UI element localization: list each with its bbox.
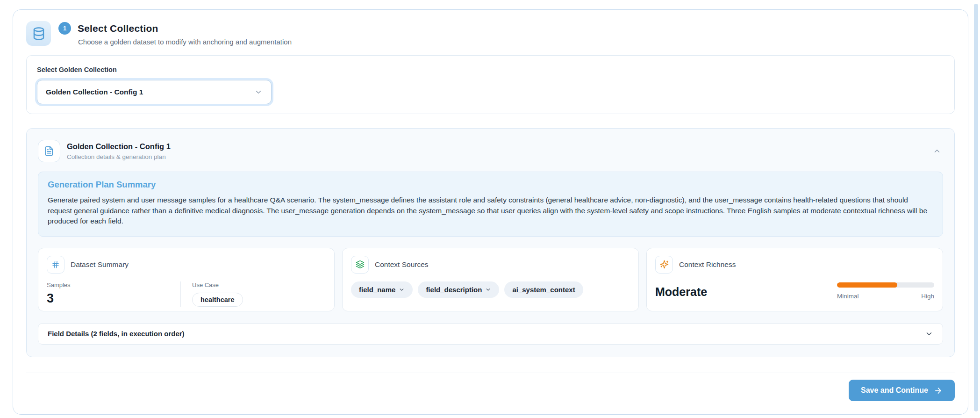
save-and-continue-button[interactable]: Save and Continue — [849, 380, 955, 401]
source-chip-ai-system-context: ai_system_context — [504, 281, 583, 298]
generation-plan-summary-box: Generation Plan Summary Generate paired … — [38, 172, 943, 237]
collection-select-label: Select Golden Collection — [37, 66, 944, 73]
page-scrollbar[interactable] — [974, 4, 978, 411]
chip-label: ai_system_context — [512, 286, 575, 294]
chevron-down-icon — [399, 287, 405, 293]
chevron-down-icon — [254, 88, 263, 96]
field-details-label: Field Details (2 fields, in execution or… — [48, 330, 185, 338]
samples-label: Samples — [47, 281, 180, 288]
chip-label: field_name — [359, 286, 395, 294]
context-sources-title: Context Sources — [375, 260, 429, 269]
samples-value: 3 — [47, 291, 180, 306]
chevron-down-icon — [485, 287, 491, 293]
chevron-up-icon[interactable] — [931, 145, 943, 157]
richness-min-label: Minimal — [837, 293, 859, 300]
step-header: 1 Select Collection Choose a golden data… — [26, 21, 955, 46]
collection-details-header[interactable]: Golden Collection - Config 1 Collection … — [38, 140, 943, 162]
layers-icon — [351, 256, 369, 274]
selected-collection-value: Golden Collection - Config 1 — [46, 88, 143, 96]
context-sources-card: Context Sources field_name field_descrip… — [342, 248, 639, 311]
file-text-icon — [38, 140, 60, 162]
select-collection-step-card: 1 Select Collection Choose a golden data… — [13, 9, 968, 415]
step-number-badge: 1 — [58, 22, 71, 35]
save-button-label: Save and Continue — [861, 386, 928, 395]
plan-summary-heading: Generation Plan Summary — [48, 180, 933, 190]
arrow-right-icon — [934, 386, 943, 395]
plan-summary-body: Generate paired system and user message … — [48, 195, 933, 227]
richness-level-value: Moderate — [655, 285, 707, 299]
context-richness-card: Context Richness Moderate Minimal High — [646, 248, 943, 311]
source-chip-field-description[interactable]: field_description — [418, 281, 499, 298]
page-subtitle: Choose a golden dataset to modify with a… — [58, 38, 292, 46]
collection-card-subtitle: Collection details & generation plan — [67, 153, 171, 160]
richness-max-label: High — [921, 293, 934, 300]
richness-progress-bar — [837, 282, 934, 288]
chip-label: field_description — [426, 286, 482, 294]
field-details-toggle[interactable]: Field Details (2 fields, in execution or… — [38, 323, 943, 345]
golden-collection-select[interactable]: Golden Collection - Config 1 — [37, 80, 272, 104]
chevron-down-icon — [925, 330, 933, 338]
collection-details-panel: Golden Collection - Config 1 Collection … — [26, 128, 955, 357]
richness-progress-fill — [837, 282, 897, 288]
dataset-summary-card: Dataset Summary Samples 3 Use Case healt… — [38, 248, 335, 311]
source-chip-field-name[interactable]: field_name — [351, 281, 413, 298]
summary-cards-row: Dataset Summary Samples 3 Use Case healt… — [38, 248, 943, 311]
page-title: Select Collection — [78, 23, 158, 34]
use-case-label: Use Case — [192, 281, 326, 288]
use-case-badge: healthcare — [192, 293, 243, 307]
context-richness-title: Context Richness — [679, 260, 736, 269]
hash-icon — [47, 256, 64, 274]
database-icon — [26, 21, 51, 46]
collection-card-title: Golden Collection - Config 1 — [67, 142, 171, 151]
dataset-summary-title: Dataset Summary — [71, 260, 129, 269]
sparkles-icon — [655, 256, 673, 274]
collection-select-panel: Select Golden Collection Golden Collecti… — [26, 55, 955, 114]
